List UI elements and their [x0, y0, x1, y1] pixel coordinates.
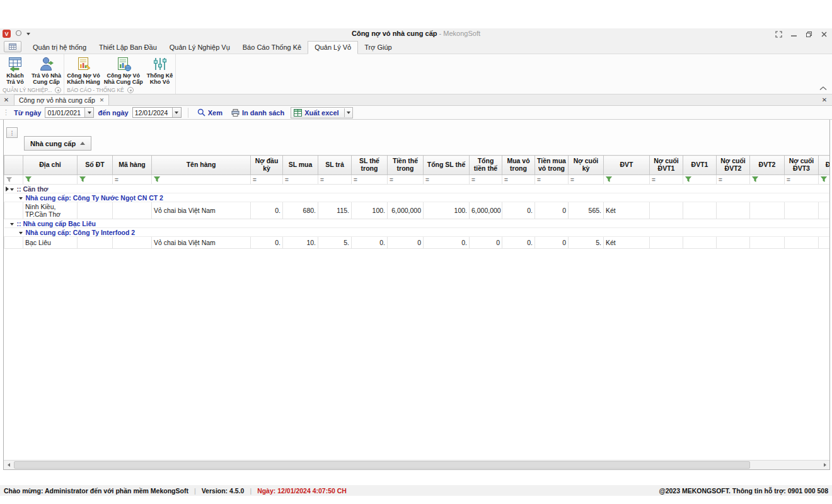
to-date-dropdown-button[interactable] — [172, 108, 181, 117]
view-button[interactable]: Xem — [195, 108, 225, 117]
cell-sl_tra[interactable]: 115. — [318, 202, 352, 219]
cell-ma_hang[interactable] — [113, 202, 152, 219]
column-header-no_dau_ky[interactable]: Nợ đầu kỳ — [251, 156, 283, 175]
horizontal-scrollbar[interactable] — [4, 460, 829, 469]
cell-dia_chi[interactable]: Ninh Kiều, TP.Cần Thơ — [23, 202, 78, 219]
cell-sl_mua[interactable]: 680. — [283, 202, 318, 219]
column-header-tien_the_trong[interactable]: Tiền thế trong — [388, 156, 424, 175]
collapse-group-icon[interactable] — [10, 223, 14, 226]
cell-mua_vo_trong[interactable]: 0. — [502, 237, 535, 249]
cell-dvt1[interactable] — [683, 202, 717, 219]
cell-dvt[interactable]: Két — [604, 237, 650, 249]
cell-tien_the_trong[interactable]: 0 — [388, 237, 424, 249]
ribbon-tab-báo-cáo-thống-kê[interactable]: Báo Cáo Thống Kê — [236, 42, 308, 54]
ribbon-tab-quản-trị-hệ-thống[interactable]: Quản trị hệ thống — [26, 42, 93, 54]
ribbon-tab-trợ-giúp[interactable]: Trợ Giúp — [358, 42, 398, 54]
column-header-mua_vo_trong[interactable]: Mua vỏ trong — [502, 156, 535, 175]
cell-no_cuoi_dvt1[interactable] — [650, 237, 683, 249]
filter-cell-dvt1[interactable] — [683, 175, 717, 185]
column-header-dvt1[interactable]: ĐVT1 — [683, 156, 717, 175]
cell-so_dt[interactable] — [78, 202, 113, 219]
export-excel-dropdown-button[interactable] — [344, 108, 352, 117]
cell-tong_tien_the[interactable]: 0 — [470, 237, 502, 249]
shell-stock-stats-button[interactable]: Thống KêKho Vỏ — [145, 54, 175, 86]
filter-cell-tien_the_trong[interactable]: = — [388, 175, 424, 185]
column-header-dia_chi[interactable]: Địa chỉ — [23, 156, 78, 175]
filter-cell-sl_tra[interactable]: = — [318, 175, 352, 185]
filter-cell-no_dau_ky[interactable]: = — [251, 175, 283, 185]
cell-tong_sl_the[interactable]: 100. — [424, 202, 470, 219]
filter-cell-dvt_clipped[interactable] — [819, 175, 831, 185]
cell-no_cuoi_dvt2[interactable] — [717, 202, 750, 219]
return-shell-supplier-button[interactable]: Trả Vỏ NhàCung Cấp — [30, 54, 63, 86]
column-header-tong_tien_the[interactable]: Tổng tiền thế — [470, 156, 502, 175]
filter-cell-ma_hang[interactable]: = — [113, 175, 152, 185]
group-dialog-launcher-icon[interactable] — [55, 87, 61, 93]
cell-no_cuoi_ky[interactable]: 5. — [569, 237, 604, 249]
customer-return-shell-button[interactable]: KháchTrả Vỏ — [1, 54, 30, 86]
column-header-so_dt[interactable]: Số ĐT — [78, 156, 113, 175]
cell-tien_mua_vo_trong[interactable]: 0 — [535, 237, 569, 249]
collapse-group-icon[interactable] — [19, 232, 23, 234]
cell-no_dau_ky[interactable]: 0. — [251, 237, 283, 249]
cell-dia_chi[interactable]: Bạc Liêu — [23, 237, 78, 249]
filter-cell-tong_tien_the[interactable]: = — [470, 175, 502, 185]
cell-sl_mua[interactable]: 10. — [283, 237, 318, 249]
ribbon-tab-quản-lý-nghiệp-vụ[interactable]: Quản Lý Nghiệp Vụ — [163, 42, 236, 54]
column-header-dvt2[interactable]: ĐVT2 — [750, 156, 785, 175]
filter-cell-mua_vo_trong[interactable]: = — [502, 175, 535, 185]
cell-dvt_clipped[interactable] — [819, 202, 831, 219]
cell-dvt2[interactable] — [750, 237, 785, 249]
cell-no_cuoi_ky[interactable]: 565. — [569, 202, 604, 219]
cell-dvt[interactable]: Két — [604, 202, 650, 219]
document-tab-active[interactable]: Công nợ vỏ nhà cung cấp ✕ — [14, 94, 109, 105]
cell-no_cuoi_dvt1[interactable] — [650, 202, 683, 219]
cell-ten_hang[interactable]: Vỏ chai bia Việt Nam — [152, 202, 251, 219]
column-header-tien_mua_vo_trong[interactable]: Tiền mua vỏ trong — [535, 156, 569, 175]
cell-ten_hang[interactable]: Vỏ chai bia Việt Nam — [152, 237, 251, 249]
column-header-ten_hang[interactable]: Tên hàng — [152, 156, 251, 175]
cell-dvt1[interactable] — [683, 237, 717, 249]
column-header-no_cuoi_ky[interactable]: Nợ cuối kỳ — [569, 156, 604, 175]
cell-so_dt[interactable] — [78, 237, 113, 249]
filter-cell-tong_sl_the[interactable]: = — [424, 175, 470, 185]
restore-button[interactable] — [805, 30, 813, 38]
cell-mua_vo_trong[interactable]: 0. — [502, 202, 535, 219]
filter-cell-so_dt[interactable] — [78, 175, 113, 185]
cell-dvt_clipped[interactable] — [819, 237, 831, 249]
column-header-dvt[interactable]: ĐVT — [604, 156, 650, 175]
cell-dvt2[interactable] — [750, 202, 785, 219]
filter-cell-dvt2[interactable] — [750, 175, 785, 185]
cell-tien_the_trong[interactable]: 6,000,000 — [388, 202, 424, 219]
filter-cell-dvt[interactable] — [604, 175, 650, 185]
group-dialog-launcher-icon[interactable] — [127, 87, 134, 93]
group-row[interactable]: Nhà cung cấp: Công Ty Interfood 2 — [4, 228, 831, 237]
scroll-left-button[interactable] — [4, 461, 13, 469]
group-row[interactable]: :: Cần thơ — [4, 185, 831, 193]
column-header-no_cuoi_dvt3[interactable]: Nợ cuối ĐVT3 — [785, 156, 819, 175]
to-date-picker[interactable] — [132, 107, 182, 118]
column-header-tong_sl_the[interactable]: Tổng SL thế — [424, 156, 470, 175]
supplier-shell-debt-button[interactable]: Công Nợ VỏNhà Cung Cấp — [102, 54, 145, 86]
cell-tien_mua_vo_trong[interactable]: 0 — [535, 202, 569, 219]
filter-cell-tien_mua_vo_trong[interactable]: = — [535, 175, 569, 185]
filter-cell-ten_hang[interactable] — [152, 175, 251, 185]
scroll-right-button[interactable] — [820, 461, 829, 469]
filter-cell-dia_chi[interactable] — [23, 175, 78, 185]
toolbar-grip-icon[interactable]: ⋮ — [3, 108, 9, 117]
cell-tong_tien_the[interactable]: 6,000,000 — [470, 202, 502, 219]
minimize-button[interactable] — [790, 30, 798, 38]
scrollbar-thumb[interactable] — [14, 461, 750, 469]
column-header-sl_the_trong[interactable]: SL thế trong — [352, 156, 388, 175]
cell-sl_the_trong[interactable]: 100. — [352, 202, 388, 219]
document-tab-close-icon[interactable]: ✕ — [100, 97, 105, 103]
close-button[interactable] — [820, 30, 828, 38]
from-date-picker[interactable] — [45, 107, 94, 118]
cell-no_dau_ky[interactable]: 0. — [251, 202, 283, 219]
group-row[interactable]: :: Nhà cung cấp Bạc Liêu — [4, 219, 831, 228]
column-header-dvt_clipped[interactable]: Đ — [819, 156, 831, 175]
ribbon-collapse-button[interactable] — [818, 84, 828, 93]
column-header-sl_tra[interactable]: SL trả — [318, 156, 352, 175]
expand-all-button[interactable]: ⋮ — [6, 127, 18, 138]
cell-ma_hang[interactable] — [113, 237, 152, 249]
